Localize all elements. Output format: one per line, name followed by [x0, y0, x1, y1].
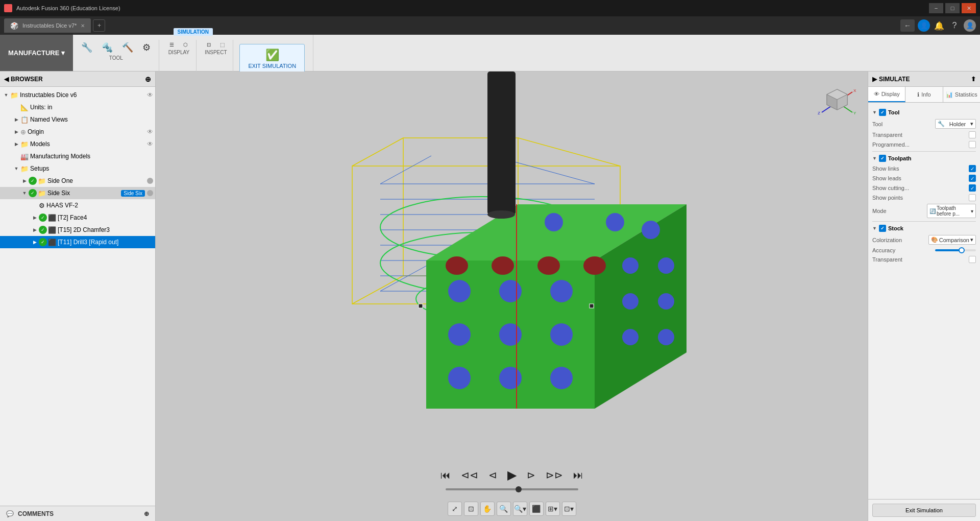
tree-haas-label: HAAS VF-2 [46, 202, 153, 209]
help-icon[interactable]: ? [948, 19, 961, 32]
tool-section-check: ✓ [879, 109, 886, 116]
exit-simulation-footer-button[interactable]: Exit Simulation [872, 504, 976, 517]
tree-root[interactable]: ▼ 📁 Instructables Dice v6 👁 [0, 89, 155, 101]
display-btn-1[interactable]: ☰ [165, 40, 178, 50]
progress-bar[interactable] [446, 488, 578, 490]
tree-setups-arrow[interactable]: ▼ [12, 166, 20, 171]
tree-t11-drill[interactable]: ▶ ✓ ⬛ [T11] Drill3 [Rapid out] [0, 236, 155, 248]
browser-collapse-icon[interactable]: ◀ [4, 76, 9, 83]
eye-icon[interactable]: 👁 [147, 91, 153, 99]
step-fwd-button[interactable]: ⊳ [525, 467, 537, 483]
zoom-dropdown[interactable]: 🔍▾ [513, 502, 527, 516]
tab-instructables-dice[interactable]: 🎲 Instructables Dice v7* ✕ [4, 18, 91, 33]
show-cutting-label: Show cutting... [872, 185, 967, 191]
tree-t15-arrow[interactable]: ▶ [31, 227, 39, 232]
tree-named-views[interactable]: ▶ 📋 Named Views [0, 113, 155, 126]
nav-back-icon[interactable]: ← [900, 19, 915, 32]
display-btn-2[interactable]: ⬡ [179, 40, 192, 50]
tree-origin-arrow[interactable]: ▶ [12, 129, 20, 134]
tool-btn-4[interactable]: ⚙ [138, 40, 155, 55]
tool-btn-1[interactable]: 🔧 [77, 40, 96, 55]
step-fwd-large-button[interactable]: ⊳⊳ [544, 467, 565, 483]
show-cutting-checkbox[interactable]: ✓ [969, 184, 976, 192]
stock-collapse-arrow: ▼ [872, 226, 877, 231]
tree-haas[interactable]: ⚙ HAAS VF-2 [0, 199, 155, 211]
fit-tool[interactable]: ⊡ [464, 502, 478, 516]
show-leads-checkbox[interactable]: ✓ [969, 175, 976, 182]
inspect-btn-2[interactable]: ⬚ [216, 40, 229, 50]
right-panel: ▶ SIMULATE ⬆ 👁 Display ℹ Info 📊 Statisti… [868, 72, 980, 521]
tab-add-button[interactable]: + [93, 19, 105, 32]
divider-1 [872, 151, 976, 152]
wrench-icon: ⚙ [142, 42, 151, 53]
minimize-button[interactable]: − [929, 3, 943, 13]
inspect-btn-1[interactable]: ⊡ [203, 40, 215, 50]
tree-t2-face4[interactable]: ▶ ✓ ⬛ [T2] Face4 [0, 211, 155, 224]
tab-display[interactable]: 👁 Display [868, 87, 905, 102]
tree-named-views-arrow[interactable]: ▶ [12, 117, 20, 122]
tree-models-arrow[interactable]: ▶ [12, 141, 20, 147]
maximize-button[interactable]: □ [945, 3, 960, 13]
view-cube[interactable]: X Y Z [817, 82, 857, 123]
grid-dropdown[interactable]: ⊞▾ [546, 502, 560, 516]
tree-origin[interactable]: ▶ ⊕ Origin 👁 [0, 126, 155, 138]
tree-models[interactable]: ▶ 📁 Models 👁 [0, 138, 155, 150]
show-links-checkbox[interactable]: ✓ [969, 165, 976, 172]
mode-select[interactable]: 🔄 Toolpath before p... ▾ [927, 204, 976, 218]
exit-simulation-button[interactable]: ✅ EXIT SIMULATION [239, 44, 305, 74]
close-button[interactable]: ✕ [962, 3, 976, 13]
user-avatar[interactable]: 👤 [918, 19, 930, 32]
tree-setups[interactable]: ▼ 📁 Setups [0, 162, 155, 175]
skip-to-end-button[interactable]: ⏭ [571, 467, 585, 483]
tree-side-six-arrow[interactable]: ▼ [20, 191, 29, 196]
stock-section-header[interactable]: ▼ ✓ Stock [872, 225, 976, 232]
comments-bar[interactable]: 💬 COMMENTS ⊕ [0, 506, 155, 521]
progress-thumb[interactable] [516, 486, 522, 492]
skip-to-start-button[interactable]: ⏮ [438, 467, 453, 483]
svg-point-26 [550, 280, 573, 302]
tab-statistics[interactable]: 📊 Statistics [943, 87, 980, 102]
play-button[interactable]: ▶ [505, 466, 519, 484]
side-six-dot [147, 190, 153, 196]
models-eye-icon[interactable]: 👁 [147, 140, 153, 148]
tree-side-six[interactable]: ▼ ✓ 📁 Side Six Side Six [0, 187, 155, 199]
browser-settings-icon[interactable]: ⊕ [145, 75, 151, 83]
colorization-select[interactable]: 🎨 Comparison ▾ [928, 235, 976, 245]
display-mode[interactable]: ⬛ [529, 502, 544, 516]
tree-root-arrow[interactable]: ▼ [2, 92, 10, 98]
tab-info[interactable]: ℹ Info [905, 87, 943, 102]
notification-icon[interactable]: 🔔 [933, 19, 945, 32]
manufacture-dropdown[interactable]: MANUFACTURE ▾ [0, 35, 73, 71]
origin-eye-icon[interactable]: 👁 [147, 128, 153, 135]
accuracy-slider[interactable] [935, 249, 976, 251]
svg-rect-50 [590, 304, 594, 308]
profile-icon[interactable]: 👤 [964, 19, 976, 32]
svg-point-27 [448, 323, 471, 346]
panel-expand-icon[interactable]: ⬆ [971, 76, 976, 83]
tree-t15-chamfer[interactable]: ▶ ✓ ⬛ [T15] 2D Chamfer3 [0, 224, 155, 236]
zoom-tool[interactable]: 🔍 [497, 502, 511, 516]
tree-manufacturing-models[interactable]: 🏭 Manufacturing Models [0, 150, 155, 162]
tab-close-icon[interactable]: ✕ [81, 23, 85, 29]
programmed-checkbox[interactable] [969, 141, 976, 148]
stock-transparent-checkbox[interactable] [969, 256, 976, 263]
tree-t2-arrow[interactable]: ▶ [31, 215, 39, 220]
viewport[interactable]: X Y Z ⏮ ⊲⊲ ⊲ ▶ ⊳ ⊳⊳ ⏭ [156, 72, 868, 521]
tree-units[interactable]: 📐 Units: in [0, 101, 155, 113]
tree-side-one-arrow[interactable]: ▶ [20, 178, 29, 183]
step-back-button[interactable]: ⊲ [486, 467, 499, 483]
orbit-tool[interactable]: ⤢ [448, 502, 462, 516]
tool-btn-2[interactable]: 🔩 [97, 40, 117, 55]
tool-section-header[interactable]: ▼ ✓ Tool [872, 109, 976, 116]
tree-t11-arrow[interactable]: ▶ [31, 240, 39, 245]
toolpath-section-header[interactable]: ▼ ✓ Toolpath [872, 155, 976, 162]
comments-add-icon[interactable]: ⊕ [144, 510, 149, 517]
step-back-large-button[interactable]: ⊲⊲ [459, 467, 480, 483]
pan-tool[interactable]: ✋ [480, 502, 495, 516]
transparent-checkbox[interactable] [969, 131, 976, 138]
tool-btn-3[interactable]: 🔨 [118, 40, 137, 55]
show-points-checkbox[interactable] [969, 194, 976, 201]
tree-side-one[interactable]: ▶ ✓ 📁 Side One [0, 175, 155, 187]
tool-select[interactable]: 🔧 Holder ▾ [935, 119, 976, 129]
utilities-dropdown[interactable]: ⊡▾ [562, 502, 576, 516]
